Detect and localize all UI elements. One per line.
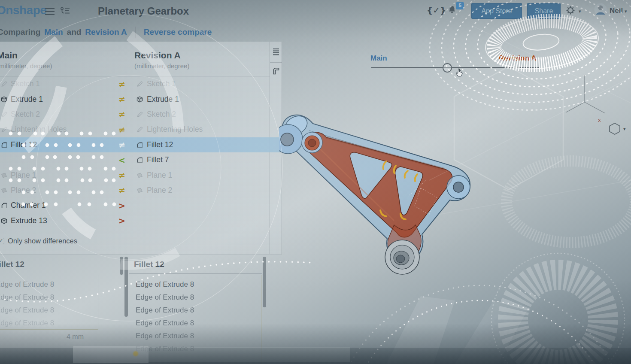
detail-item[interactable]: Edge of Extrude 8 <box>136 291 258 304</box>
detail-item[interactable]: Edge of Extrude 8 <box>0 317 94 330</box>
diff-symbol: ≠ <box>113 125 130 134</box>
checkbox[interactable]: ✓ <box>0 238 4 244</box>
compare-rows-list: Sketch 1≠Sketch 1Extrude 1≠Extrude 1Sket… <box>0 76 282 228</box>
left-column-title: Main <box>0 50 18 61</box>
chevron-down-icon[interactable]: ▾ <box>623 126 626 132</box>
feature-name-right: Fillet 7 <box>147 155 169 164</box>
feature-name-left: Sketch 2 <box>9 110 113 119</box>
slider-revision-label[interactable]: Revision A <box>499 54 536 63</box>
comparing-label: Comparing <box>0 27 40 37</box>
detail-left-items: Edge of Extrude 8Edge of Extrude 8Edge o… <box>0 278 94 330</box>
compare-slider-handle[interactable] <box>443 63 452 73</box>
user-name[interactable]: Neil <box>610 6 623 15</box>
compare-row[interactable]: Sketch 2≠Sketch 2 <box>0 107 282 122</box>
reverse-compare-link[interactable]: Reverse compare <box>144 27 212 37</box>
bracket-model <box>279 98 597 282</box>
sketch-icon <box>137 111 143 118</box>
fillet-radius-value: 4 mm <box>67 333 84 341</box>
compare-left-name: Main <box>44 27 63 37</box>
warning-dot-icon <box>133 351 138 356</box>
mini-popup <box>73 346 149 363</box>
compare-row[interactable]: Sketch 1≠Sketch 1 <box>0 76 282 91</box>
feature-name-right: Plane 2 <box>147 186 172 195</box>
slider-main-label[interactable]: Main <box>370 54 387 63</box>
diff-symbol: > <box>113 216 130 225</box>
detail-item[interactable]: Edge of Extrude 8 <box>0 278 94 291</box>
share-button[interactable]: Share <box>527 3 561 19</box>
chamfer-icon <box>1 202 7 209</box>
view-options-cube-icon[interactable] <box>608 122 621 136</box>
user-avatar[interactable] <box>594 3 607 16</box>
feature-list-icon[interactable] <box>272 47 280 56</box>
part-icon[interactable] <box>272 67 281 76</box>
extrude-icon <box>137 96 143 103</box>
compare-row[interactable]: Plane 2≠Plane 2 <box>0 183 282 198</box>
right-column-units: (millimeter, degree) <box>134 62 189 70</box>
diff-symbol: > <box>113 201 130 210</box>
sketch-icon <box>137 126 143 133</box>
diff-symbol: ≠ <box>113 170 130 180</box>
sketch-icon <box>137 81 143 87</box>
sketch-icon <box>1 111 7 118</box>
document-title: Planetary Gearbox <box>98 5 189 17</box>
plane-icon <box>137 172 143 179</box>
diff-symbol: ≠ <box>113 109 130 119</box>
plane-icon <box>1 172 7 179</box>
sketch-icon <box>1 126 7 133</box>
left-column-units: (millimeter, degree) <box>0 62 52 70</box>
chevron-down-icon[interactable]: ▾ <box>579 9 581 14</box>
compare-right-name: Revision A <box>85 27 127 37</box>
detail-item[interactable]: Edge of Extrude 8 <box>136 330 258 343</box>
diff-symbol: ≠ <box>113 140 130 149</box>
app-store-button[interactable]: App Store <box>471 3 522 19</box>
plane-icon <box>137 187 143 194</box>
feature-name-left: Extrude 13 <box>9 216 113 225</box>
chevron-down-icon[interactable]: ▾ <box>625 9 627 14</box>
gear-icon[interactable] <box>565 5 576 16</box>
feature-name-right: Sketch 2 <box>147 110 176 119</box>
scrollbar[interactable] <box>120 257 123 275</box>
compare-row[interactable]: Extrude 13> <box>0 213 282 228</box>
detail-item[interactable]: Edge of Extrude 8 <box>136 304 258 317</box>
onshape-logo[interactable]: Onshape <box>0 3 46 17</box>
compare-row[interactable]: Lightening Holes≠Lightening Holes <box>0 122 282 137</box>
compare-row[interactable]: Extrude 1≠Extrude 1 <box>0 91 282 106</box>
notification-badge: 5 <box>456 2 464 9</box>
notifications-bell-icon[interactable] <box>447 5 457 14</box>
feature-name-left: Fillet 12 <box>9 140 113 149</box>
feature-name-left: Extrude 1 <box>9 95 113 104</box>
hamburger-menu-icon[interactable] <box>45 7 55 15</box>
compare-row[interactable]: <Fillet 7 <box>0 152 282 167</box>
detail-right-items: Edge of Extrude 8Edge of Extrude 8Edge o… <box>136 278 258 355</box>
compare-row[interactable]: Chamfer 1> <box>0 198 282 213</box>
detail-item[interactable]: Edge of Extrude 8 <box>0 304 94 317</box>
feature-name-right: Sketch 1 <box>147 79 176 88</box>
compare-row[interactable]: Fillet 12≠Fillet 12 <box>0 137 282 152</box>
feature-name-left: Lightening Holes <box>9 125 113 134</box>
detail-left-title: Fillet 12 <box>0 260 24 269</box>
detail-item[interactable]: Edge of Extrude 8 <box>136 317 258 330</box>
feature-name-left: Sketch 1 <box>9 79 113 88</box>
workflow-code-icon[interactable]: {✓} <box>427 5 446 15</box>
divider <box>270 62 282 63</box>
plane-icon <box>1 187 7 194</box>
only-show-differences[interactable]: ✓ Only show differences <box>0 237 77 245</box>
fillet-icon <box>1 142 7 148</box>
detail-item[interactable]: Edge of Extrude 8 <box>0 291 94 304</box>
compare-panel: Main (millimeter, degree) Revision A (mi… <box>0 42 282 255</box>
detail-item[interactable]: Edge of Extrude 8 <box>136 278 258 291</box>
3d-viewport[interactable] <box>279 98 597 282</box>
onshape-compare-screen: Onshape Planetary Gearbox {✓} 5 App Stor… <box>0 0 631 364</box>
compare-bar: Comparing Main and Revision A Reverse co… <box>0 27 212 38</box>
feature-name-right: Extrude 1 <box>147 95 179 104</box>
versions-branch-icon[interactable] <box>60 6 70 15</box>
scrollbar[interactable] <box>263 257 266 307</box>
mini-popup-extension <box>149 347 350 362</box>
scrollbar[interactable] <box>124 257 128 317</box>
right-column-title: Revision A <box>134 50 181 61</box>
checkbox-label: Only show differences <box>8 237 77 245</box>
hand-cursor-icon <box>454 68 465 79</box>
extrude-icon <box>1 96 7 103</box>
fillet-icon <box>137 157 143 163</box>
compare-row[interactable]: Plane 1≠Plane 1 <box>0 167 282 182</box>
